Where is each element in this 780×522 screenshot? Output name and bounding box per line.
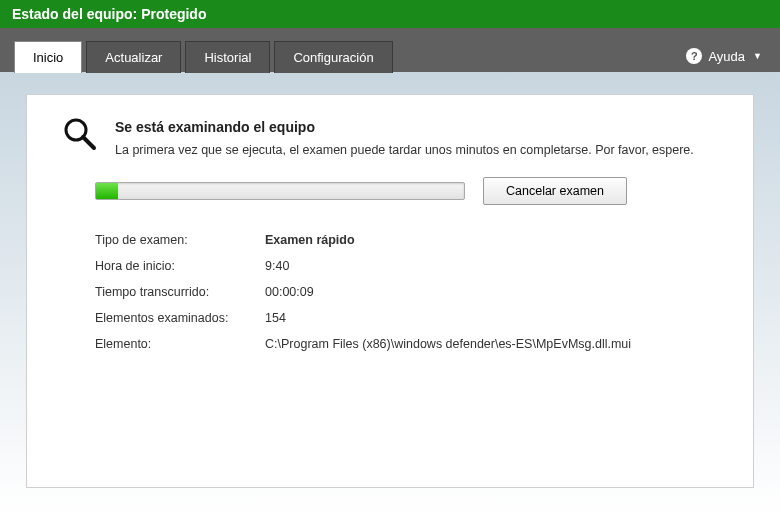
scan-title: Se está examinando el equipo: [115, 119, 694, 135]
tab-configuracion[interactable]: Configuración: [274, 41, 392, 73]
tab-inicio[interactable]: Inicio: [14, 41, 82, 73]
content-area: Se está examinando el equipo La primera …: [0, 72, 780, 514]
status-value: Protegido: [141, 6, 206, 22]
detail-type-label: Tipo de examen:: [95, 233, 255, 247]
detail-start-value: 9:40: [265, 259, 719, 273]
scan-panel: Se está examinando el equipo La primera …: [26, 94, 754, 488]
help-icon: ?: [686, 48, 702, 64]
help-menu[interactable]: ? Ayuda ▼: [682, 40, 766, 72]
detail-items-label: Elementos examinados:: [95, 311, 255, 325]
tab-bar: Inicio Actualizar Historial Configuració…: [0, 28, 780, 72]
progress-bar: [95, 182, 465, 200]
progress-fill: [96, 183, 118, 199]
detail-elapsed-label: Tiempo transcurrido:: [95, 285, 255, 299]
magnifier-icon: [61, 115, 99, 153]
scan-description: La primera vez que se ejecuta, el examen…: [115, 143, 694, 157]
cancel-scan-button[interactable]: Cancelar examen: [483, 177, 627, 205]
detail-elapsed-value: 00:00:09: [265, 285, 719, 299]
svg-line-1: [83, 137, 94, 148]
tab-actualizar[interactable]: Actualizar: [86, 41, 181, 73]
detail-element-value: C:\Program Files (x86)\windows defender\…: [265, 337, 719, 351]
status-label: Estado del equipo:: [12, 6, 137, 22]
help-label: Ayuda: [708, 49, 745, 64]
detail-start-label: Hora de inicio:: [95, 259, 255, 273]
status-header: Estado del equipo: Protegido: [0, 0, 780, 28]
detail-type-value: Examen rápido: [265, 233, 719, 247]
tab-historial[interactable]: Historial: [185, 41, 270, 73]
scan-details: Tipo de examen: Examen rápido Hora de in…: [95, 233, 719, 351]
chevron-down-icon: ▼: [753, 51, 762, 61]
detail-items-value: 154: [265, 311, 719, 325]
detail-element-label: Elemento:: [95, 337, 255, 351]
